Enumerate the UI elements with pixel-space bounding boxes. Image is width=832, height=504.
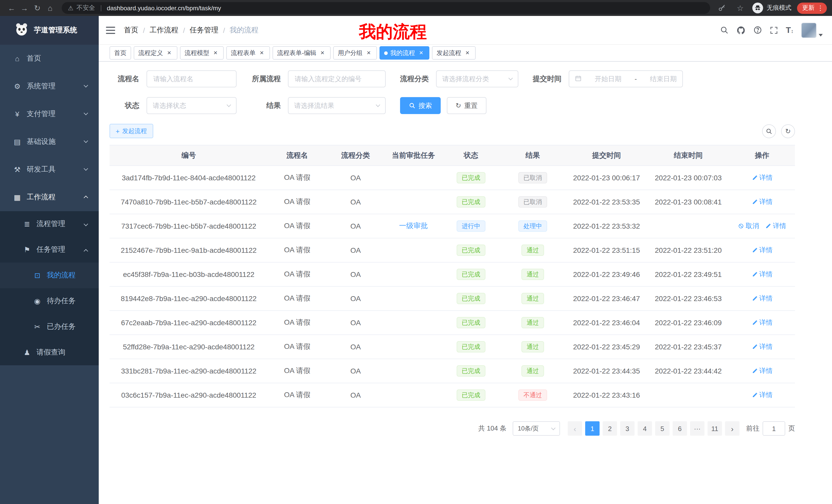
pagination-page[interactable]: 5 — [655, 421, 670, 436]
process-name-input[interactable] — [147, 71, 237, 87]
tab[interactable]: 流程表单-编辑× — [272, 46, 331, 60]
create-process-button[interactable]: + 发起流程 — [109, 124, 153, 138]
sidebar-item-my-process[interactable]: ⊡我的流程 — [0, 262, 99, 288]
star-icon[interactable]: ☆ — [734, 2, 747, 15]
breadcrumb-item[interactable]: 首页 — [124, 25, 138, 35]
sidebar-item-process-management[interactable]: ≣流程管理 — [0, 211, 99, 237]
detail-link[interactable]: 详情 — [752, 318, 773, 327]
tab[interactable]: 用户分组× — [333, 46, 377, 60]
pagination-page[interactable]: 4 — [638, 421, 652, 436]
result-select-placeholder: 请选择流结果 — [294, 101, 334, 110]
sidebar-item-payment[interactable]: ¥支付管理 — [0, 100, 99, 128]
pagination-next-icon[interactable]: › — [725, 421, 739, 436]
help-icon[interactable] — [753, 26, 762, 34]
detail-link[interactable]: 详情 — [765, 221, 786, 231]
hamburger-icon[interactable] — [106, 26, 115, 34]
browser-forward-icon[interactable]: → — [18, 2, 31, 15]
github-icon[interactable] — [736, 25, 746, 35]
tab[interactable]: 流程定义× — [134, 46, 177, 60]
menu-dots-icon[interactable]: ⋮ — [817, 4, 824, 12]
pagination-page[interactable]: 3 — [620, 421, 634, 436]
incognito-badge[interactable]: 无痕模式 — [752, 3, 791, 13]
browser-reload-icon[interactable]: ↻ — [31, 2, 44, 15]
browser-chrome: ← → ↻ ⌂ ⚠ 不安全 dashboard.yudao.iocoder.cn… — [0, 0, 832, 16]
logo[interactable]: 芋道管理系统 — [0, 16, 99, 45]
cell-current-task — [385, 383, 442, 407]
detail-link[interactable]: 详情 — [752, 197, 773, 206]
table-row: ec45f38f-7b9a-11ec-b03b-acde48001122OA 请… — [109, 262, 795, 286]
pagination-total: 共 104 条 — [478, 424, 506, 433]
detail-link[interactable]: 详情 — [752, 246, 773, 255]
tab-label: 发起流程 — [437, 49, 461, 57]
tab[interactable]: 发起流程× — [432, 46, 476, 60]
current-task-link[interactable]: 一级审批 — [399, 221, 428, 230]
owner-process-input[interactable] — [288, 71, 386, 87]
sidebar-item-devtools[interactable]: ⚒研发工具 — [0, 156, 99, 184]
detail-link[interactable]: 详情 — [752, 366, 773, 375]
key-icon[interactable] — [715, 2, 728, 15]
address-bar[interactable]: ⚠ 不安全 dashboard.yudao.iocoder.cn/bpm/tas… — [62, 2, 710, 14]
browser-back-icon[interactable]: ← — [5, 2, 18, 15]
sidebar-item-infrastructure[interactable]: ▤基础设施 — [0, 128, 99, 156]
breadcrumb-item[interactable]: 工作流程 — [150, 25, 178, 35]
page-size-select[interactable]: 10条/页 — [513, 421, 560, 436]
avatar[interactable] — [801, 22, 816, 38]
category-select[interactable]: 请选择流程分类 — [436, 71, 518, 87]
tab[interactable]: 首页 — [109, 46, 131, 60]
font-size-icon[interactable]: T↕ — [786, 25, 794, 35]
tab-close-icon[interactable]: × — [258, 49, 265, 57]
pagination-page[interactable]: 1 — [585, 421, 600, 436]
breadcrumb-item[interactable]: 任务管理 — [190, 25, 218, 35]
sidebar-item-task-management[interactable]: ⚑任务管理 — [0, 237, 99, 262]
sidebar-item-home[interactable]: ⌂首页 — [0, 45, 99, 73]
user-menu[interactable] — [801, 22, 823, 38]
fullscreen-icon[interactable] — [770, 26, 778, 34]
tab[interactable]: 我的流程× — [380, 46, 430, 60]
cell-operations: 详情 — [729, 238, 795, 262]
cell-current-task — [385, 238, 442, 262]
detail-link[interactable]: 详情 — [752, 390, 773, 400]
status-select[interactable]: 请选择状态 — [147, 97, 237, 114]
tab-close-icon[interactable]: × — [165, 49, 173, 57]
reset-button[interactable]: ↻ 重置 — [447, 97, 487, 114]
detail-link[interactable]: 详情 — [752, 270, 773, 279]
sidebar-item-todo-task[interactable]: ◉待办任务 — [0, 288, 99, 314]
detail-link[interactable]: 详情 — [752, 173, 773, 183]
cell-operations: 详情 — [729, 262, 795, 286]
search-icon[interactable] — [720, 26, 729, 34]
pagination-prev-icon[interactable]: ‹ — [568, 421, 582, 436]
detail-link[interactable]: 详情 — [752, 342, 773, 352]
toggle-search-icon[interactable] — [762, 124, 776, 138]
sidebar-item-leave-query[interactable]: ♟请假查询 — [0, 340, 99, 365]
chrome-right-cluster: ☆ 无痕模式 更新 ⋮ — [715, 2, 827, 15]
tab-close-icon[interactable]: × — [418, 49, 425, 57]
goto-page-input[interactable] — [762, 421, 785, 436]
sidebar-item-done-task[interactable]: ✂已办任务 — [0, 314, 99, 340]
cell-submit-time: 2022-01-22 23:45:29 — [566, 335, 647, 359]
tab-close-icon[interactable]: × — [319, 49, 326, 57]
pagination-page[interactable]: 6 — [673, 421, 687, 436]
tab-close-icon[interactable]: × — [464, 49, 471, 57]
update-button[interactable]: 更新 ⋮ — [797, 2, 827, 13]
update-label: 更新 — [802, 4, 814, 12]
column-header: 结束时间 — [647, 145, 729, 166]
tab[interactable]: 流程表单× — [226, 46, 270, 60]
pagination-page[interactable]: 11 — [707, 421, 722, 436]
create-process-label: 发起流程 — [122, 127, 147, 135]
pagination-page[interactable]: 2 — [603, 421, 617, 436]
sidebar-item-workflow[interactable]: ▦工作流程 — [0, 184, 99, 211]
pagination-more-icon[interactable]: ··· — [690, 421, 704, 436]
tab-close-icon[interactable]: × — [212, 49, 219, 57]
scissors-icon: ✂ — [32, 323, 42, 331]
search-button[interactable]: 搜索 — [400, 97, 441, 114]
result-select[interactable]: 请选择流结果 — [288, 97, 386, 114]
refresh-table-icon[interactable]: ↻ — [781, 124, 795, 138]
browser-home-icon[interactable]: ⌂ — [44, 2, 57, 15]
tab-close-icon[interactable]: × — [365, 49, 372, 57]
status-badge: 已完成 — [457, 196, 486, 207]
detail-link[interactable]: 详情 — [752, 294, 773, 303]
submit-time-range-picker[interactable]: 开始日期 - 结束日期 — [569, 71, 683, 87]
cancel-link[interactable]: 取消 — [738, 221, 759, 231]
tab[interactable]: 流程模型× — [180, 46, 224, 60]
sidebar-item-system[interactable]: ⚙系统管理 — [0, 73, 99, 100]
